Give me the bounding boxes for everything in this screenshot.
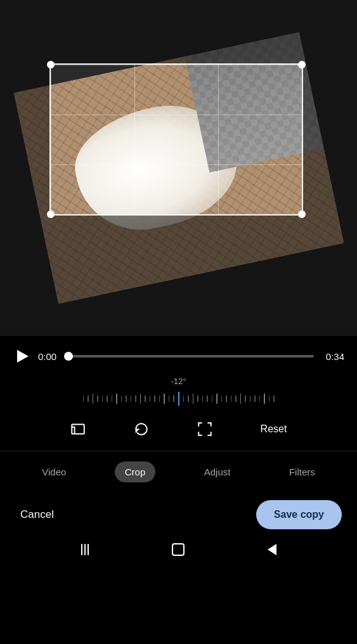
tick [226, 396, 227, 402]
tick [131, 396, 132, 402]
tick [154, 396, 155, 402]
tick [121, 396, 122, 402]
rotate-button[interactable] [129, 416, 154, 442]
tick [140, 394, 141, 404]
back-icon [268, 544, 276, 555]
progress-thumb[interactable] [64, 352, 73, 361]
crop-handle-bottom-right[interactable] [298, 210, 306, 218]
tick [264, 394, 265, 404]
tick [145, 396, 146, 402]
tab-row: Video Crop Adjust Filters [0, 451, 357, 493]
back-button[interactable] [264, 542, 280, 557]
tick [93, 394, 94, 404]
crop-frame[interactable] [49, 63, 303, 216]
tick [197, 396, 198, 402]
home-button[interactable] [171, 542, 186, 557]
tick [212, 396, 213, 402]
current-time: 0:00 [38, 351, 61, 362]
system-nav-bar [0, 536, 357, 567]
end-time: 0:34 [321, 351, 344, 362]
rotate-icon [133, 421, 150, 437]
playback-row: 0:00 0:34 [0, 336, 357, 371]
tick [245, 396, 246, 402]
tick [269, 396, 270, 402]
ruler-ticks [83, 392, 275, 406]
tick [126, 396, 127, 402]
svg-rect-0 [72, 424, 84, 434]
tick [83, 396, 84, 402]
crop-handle-bottom-left[interactable] [47, 210, 55, 218]
crop-dim-right [303, 63, 357, 216]
expand-button[interactable] [192, 416, 217, 442]
reset-button[interactable]: Reset [256, 418, 292, 440]
tick [102, 396, 103, 402]
tick [202, 396, 204, 402]
tick [250, 396, 251, 402]
edit-tools-row: Reset [0, 408, 357, 451]
tick [159, 396, 160, 402]
crop-handle-top-left[interactable] [47, 61, 55, 68]
rotation-value: -12° [171, 377, 186, 386]
crop-dim-top [0, 0, 357, 63]
tab-video[interactable]: Video [32, 461, 76, 482]
tab-adjust[interactable]: Adjust [194, 461, 241, 482]
aspect-ratio-icon [70, 421, 86, 437]
tick [221, 396, 223, 402]
tab-crop[interactable]: Crop [115, 461, 156, 482]
tick [116, 394, 117, 404]
aspect-ratio-button[interactable] [65, 416, 91, 442]
tick [231, 396, 232, 402]
rotation-ruler[interactable] [0, 390, 357, 408]
play-icon [17, 350, 29, 363]
tick [112, 396, 113, 402]
tick [107, 396, 108, 402]
cancel-button[interactable]: Cancel [15, 502, 59, 527]
tick [164, 394, 165, 404]
recents-icon [81, 544, 89, 555]
progress-bar[interactable] [68, 355, 314, 357]
play-button[interactable] [13, 347, 30, 365]
crop-dim-left [0, 63, 49, 216]
tick [216, 394, 217, 404]
tick-center [178, 392, 179, 406]
tick [240, 394, 242, 404]
tick [183, 396, 185, 402]
tick [259, 396, 261, 402]
tick [235, 396, 237, 402]
tick [207, 396, 208, 402]
tick [169, 396, 170, 402]
tick [173, 396, 174, 402]
tick [254, 396, 256, 402]
action-row: Cancel Save copy [0, 493, 357, 536]
tab-filters[interactable]: Filters [279, 461, 325, 482]
crop-handle-top-right[interactable] [298, 61, 306, 68]
rotation-indicator: -12° [0, 371, 357, 408]
save-copy-button[interactable]: Save copy [256, 500, 342, 529]
tick [188, 396, 189, 402]
controls-area: 0:00 0:34 -12° [0, 336, 357, 644]
tick [150, 396, 151, 402]
tick [193, 394, 194, 404]
image-crop-area[interactable] [0, 0, 357, 336]
crop-dim-bottom [0, 216, 357, 336]
tick [135, 396, 136, 402]
tick [97, 396, 98, 402]
tick [273, 396, 275, 402]
home-icon [172, 543, 185, 556]
recents-button[interactable] [77, 542, 93, 557]
expand-icon [197, 421, 213, 437]
tick [88, 396, 89, 402]
